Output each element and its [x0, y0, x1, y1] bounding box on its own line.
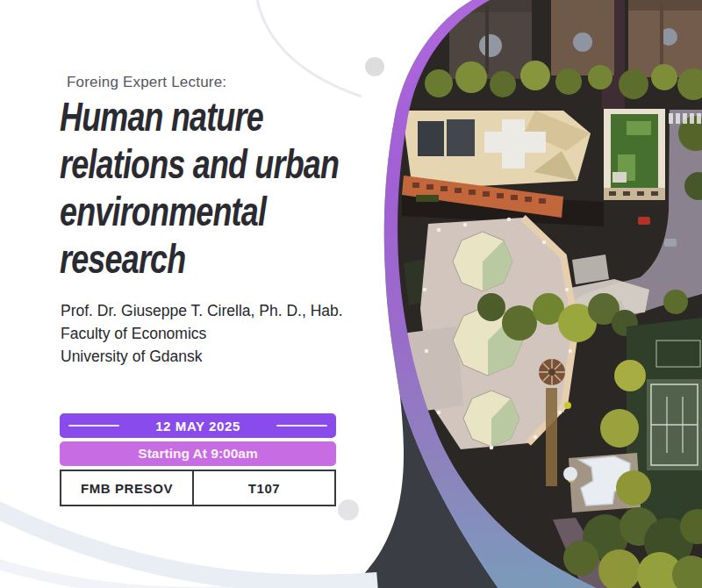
title-line-4: research	[60, 235, 339, 283]
venue-label: FMB PRESOV	[81, 481, 173, 496]
location-row: FMB PRESOV T107	[60, 470, 336, 506]
speaker-faculty: Faculty of Economics	[61, 322, 343, 345]
time-banner: Starting At 9:00am	[60, 441, 336, 466]
banner-line-right	[276, 425, 327, 427]
title-line-2: relations and urban	[60, 140, 339, 188]
title-line-1: Human nature	[60, 93, 339, 140]
speaker-name: Prof. Dr. Giuseppe T. Cirella, Ph. D., H…	[61, 299, 343, 322]
title-line-3: environmental	[60, 188, 339, 235]
eyebrow-label: Foreing Expert Lecture:	[67, 74, 226, 91]
speaker-university: University of Gdansk	[61, 345, 343, 368]
room-label: T107	[248, 481, 281, 496]
venue-box: FMB PRESOV	[60, 470, 194, 506]
lecture-title: Human nature relations and urban environ…	[60, 93, 418, 283]
time-banner-label: Starting At 9:00am	[138, 446, 257, 462]
date-banner-label: 12 MAY 2025	[155, 419, 240, 434]
poster-content: Foreing Expert Lecture: Human nature rel…	[0, 0, 702, 588]
date-banner: 12 MAY 2025	[60, 413, 336, 438]
room-box: T107	[192, 470, 336, 506]
speaker-block: Prof. Dr. Giuseppe T. Cirella, Ph. D., H…	[61, 299, 343, 368]
banner-line-left	[68, 425, 119, 427]
lecture-poster: Foreing Expert Lecture: Human nature rel…	[0, 0, 702, 588]
